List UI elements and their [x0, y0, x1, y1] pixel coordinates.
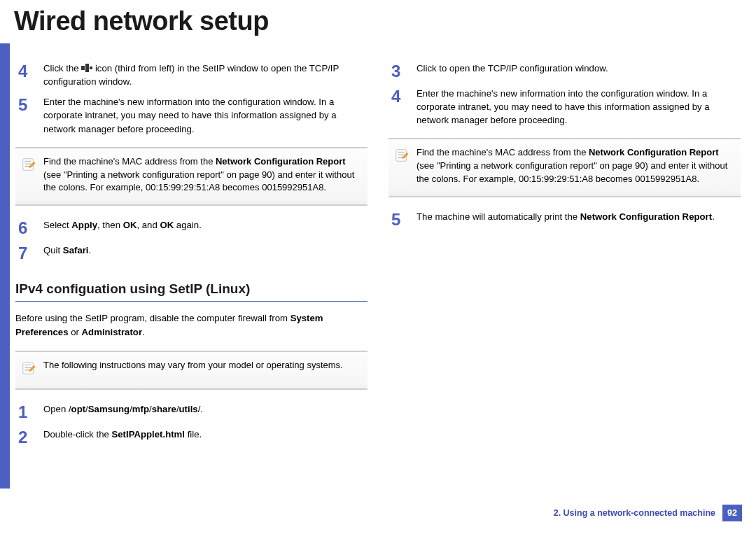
note-icon	[15, 359, 43, 379]
note-text: Find the machine's MAC address from the …	[416, 146, 741, 186]
step-number: 1	[15, 402, 43, 421]
step-5-left: 5 Enter the machine's new information in…	[15, 95, 368, 135]
step-2-linux: 2 Double-click the SetIPApplet.html file…	[15, 428, 368, 446]
note-icon	[15, 155, 43, 195]
step-3-right: 3 Click to open the TCP/IP configuration…	[388, 62, 741, 80]
step-text: Open /opt/Samsung/mfp/share/utils/.	[43, 402, 368, 421]
step-1-linux: 1 Open /opt/Samsung/mfp/share/utils/.	[15, 402, 368, 421]
page-footer: 2. Using a network-connected machine 92	[554, 505, 742, 521]
step-4-right: 4 Enter the machine's new information in…	[388, 87, 741, 127]
step-number: 3	[388, 62, 416, 80]
step-number: 5	[15, 95, 43, 135]
svg-rect-1	[85, 64, 89, 72]
step-number: 4	[388, 87, 416, 127]
right-column: 3 Click to open the TCP/IP configuration…	[388, 57, 741, 498]
content-columns: 4 Click the icon (third from left) in th…	[15, 57, 741, 498]
step-number: 7	[15, 244, 43, 262]
note-text: The following instructions may vary from…	[43, 359, 368, 379]
note-box-mac-address-right: Find the machine's MAC address from the …	[388, 138, 741, 197]
note-box-vary: The following instructions may vary from…	[15, 351, 368, 390]
page-title: Wired network setup	[14, 6, 269, 36]
step-text: Quit Safari.	[43, 244, 368, 262]
svg-rect-0	[81, 66, 85, 70]
step-number: 5	[388, 210, 416, 228]
page-title-bar: Wired network setup	[14, 0, 269, 42]
step-text: Click the icon (third from left) in the …	[43, 62, 368, 88]
svg-rect-2	[90, 66, 92, 69]
step-text: Double-click the SetIPApplet.html file.	[43, 428, 368, 446]
note-icon	[388, 146, 416, 186]
footer-chapter: 2. Using a network-connected machine	[554, 508, 715, 518]
paragraph-firewall: Before using the SetIP program, disable …	[15, 311, 368, 339]
step-text: Enter the machine's new information into…	[416, 87, 741, 127]
step-text: Enter the machine's new information into…	[43, 95, 368, 135]
subheading-ipv4-linux: IPv4 configuation using SetIP (Linux)	[15, 281, 368, 302]
step-number: 4	[15, 62, 43, 88]
step-6-left: 6 Select Apply, then OK, and OK again.	[15, 218, 368, 237]
step-text: The machine will automatically print the…	[416, 210, 741, 228]
note-text: Find the machine's MAC address from the …	[43, 155, 368, 195]
step-number: 6	[15, 218, 43, 237]
setip-config-icon	[81, 63, 92, 73]
step-7-left: 7 Quit Safari.	[15, 244, 368, 262]
step-text: Select Apply, then OK, and OK again.	[43, 218, 368, 237]
footer-page-number: 92	[722, 505, 742, 521]
left-column: 4 Click the icon (third from left) in th…	[15, 57, 368, 498]
step-text: Click to open the TCP/IP configuration w…	[416, 62, 741, 80]
step-5-right: 5 The machine will automatically print t…	[388, 210, 741, 228]
step-4-left: 4 Click the icon (third from left) in th…	[15, 62, 368, 88]
side-tab-decoration	[0, 43, 10, 489]
note-box-mac-address-left: Find the machine's MAC address from the …	[15, 147, 368, 206]
step-number: 2	[15, 428, 43, 446]
